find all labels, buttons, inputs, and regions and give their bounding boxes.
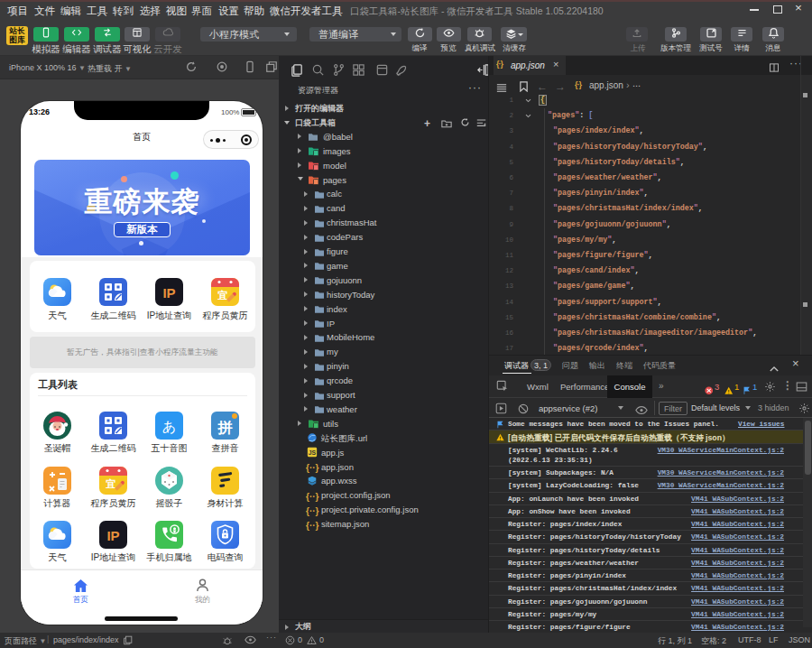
svg-text:拼: 拼 [217, 420, 233, 435]
svg-text:IP: IP [162, 285, 175, 301]
svg-text:IP: IP [106, 528, 119, 543]
svg-text:宜: 宜 [217, 290, 228, 301]
svg-text:宜: 宜 [106, 478, 116, 489]
svg-text:あ: あ [162, 419, 176, 434]
svg-text:JS: JS [309, 449, 317, 456]
